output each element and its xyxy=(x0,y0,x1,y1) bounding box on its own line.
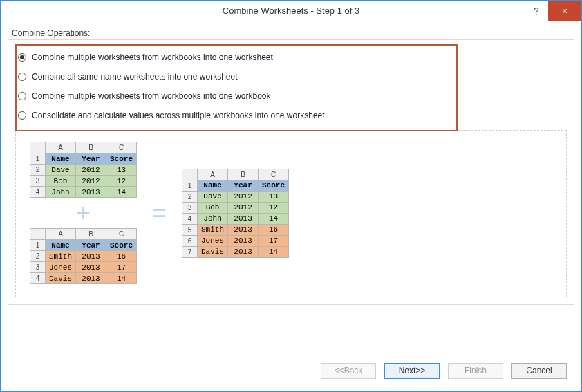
combine-option-3[interactable]: Consolidate and calculate values across … xyxy=(18,111,564,120)
data-cell: 2013 xyxy=(76,187,106,198)
titlebar: Combine Worksheets - Step 1 of 3 ? × xyxy=(1,1,581,21)
data-cell: 14 xyxy=(106,273,137,284)
data-cell: 14 xyxy=(106,187,137,198)
option-label: Consolidate and calculate values across … xyxy=(32,111,325,120)
data-cell: 2012 xyxy=(228,202,259,213)
col-letter: B xyxy=(76,229,106,240)
data-cell: 17 xyxy=(106,262,137,273)
data-cell: Dave xyxy=(46,165,76,176)
group-label: Combine Operations: xyxy=(8,28,574,38)
combine-option-1[interactable]: Combine all same name worksheets into on… xyxy=(18,72,564,82)
data-cell: 2013 xyxy=(228,213,259,224)
header-cell: Year xyxy=(76,240,106,251)
data-cell: 2013 xyxy=(76,262,106,273)
data-cell: 13 xyxy=(106,165,137,176)
content-area: Combine Operations: Combine multiple wor… xyxy=(1,21,581,305)
radio-icon[interactable] xyxy=(18,111,26,120)
radio-icon[interactable] xyxy=(18,92,26,100)
row-number: 4 xyxy=(30,273,46,284)
row-number: 1 xyxy=(30,153,46,165)
row-number: 7 xyxy=(182,246,198,257)
corner-cell xyxy=(30,142,46,153)
window-controls: ? × xyxy=(525,1,581,21)
data-cell: Bob xyxy=(198,202,228,213)
row-number: 6 xyxy=(182,235,198,246)
corner-cell xyxy=(30,229,46,240)
data-cell: 16 xyxy=(259,224,289,235)
data-cell: Jones xyxy=(198,235,228,246)
data-cell: Bob xyxy=(46,176,76,187)
data-cell: 2013 xyxy=(76,251,106,262)
row-number: 2 xyxy=(30,251,46,262)
preview-area: ABC1NameYearScore2Dave2012133Bob2012124J… xyxy=(15,130,567,297)
data-cell: 2013 xyxy=(76,273,106,284)
plus-symbol: + xyxy=(76,200,91,225)
header-cell: Score xyxy=(106,153,137,165)
cancel-button[interactable]: Cancel xyxy=(511,363,567,379)
data-cell: Smith xyxy=(198,224,228,235)
option-label: Combine all same name worksheets into on… xyxy=(32,72,237,82)
col-letter: C xyxy=(259,169,289,180)
next-button[interactable]: Next>> xyxy=(384,363,440,379)
col-letter: C xyxy=(106,229,137,240)
data-cell: 14 xyxy=(259,213,289,224)
data-cell: Jones xyxy=(46,262,76,273)
preview-result-table: ABC1NameYearScore2Dave2012133Bob2012124J… xyxy=(182,169,289,258)
radio-icon[interactable] xyxy=(18,73,26,81)
preview-left-column: ABC1NameYearScore2Dave2012133Bob2012124J… xyxy=(30,142,137,284)
preview-table-1: ABC1NameYearScore2Dave2012133Bob2012124J… xyxy=(30,142,137,198)
col-letter: A xyxy=(46,142,76,153)
data-cell: 2012 xyxy=(76,165,106,176)
radio-icon[interactable] xyxy=(18,53,26,62)
data-cell: 14 xyxy=(259,246,289,257)
header-cell: Score xyxy=(259,180,289,191)
data-cell: 2013 xyxy=(228,246,259,257)
row-number: 3 xyxy=(182,202,198,213)
corner-cell xyxy=(182,169,198,180)
header-cell: Name xyxy=(198,180,228,191)
help-button[interactable]: ? xyxy=(525,1,548,21)
data-cell: Davis xyxy=(198,246,228,257)
row-number: 2 xyxy=(182,191,198,202)
footer: <<Back Next>> Finish Cancel xyxy=(8,357,574,384)
data-cell: John xyxy=(198,213,228,224)
finish-button: Finish xyxy=(448,363,503,379)
preview-table-2: ABC1NameYearScore2Smith2013163Jones20131… xyxy=(30,228,137,284)
header-cell: Year xyxy=(76,153,106,165)
col-letter: A xyxy=(46,229,76,240)
option-label: Combine multiple worksheets from workboo… xyxy=(32,53,273,62)
row-number: 4 xyxy=(182,213,198,224)
col-letter: B xyxy=(228,169,259,180)
data-cell: 12 xyxy=(259,202,289,213)
row-number: 5 xyxy=(182,224,198,235)
data-cell: 2013 xyxy=(228,235,259,246)
data-cell: Davis xyxy=(46,273,76,284)
data-cell: Dave xyxy=(198,191,228,202)
data-cell: 12 xyxy=(106,176,137,187)
data-cell: John xyxy=(46,187,76,198)
col-letter: A xyxy=(198,169,228,180)
row-number: 4 xyxy=(30,187,46,198)
data-cell: 2012 xyxy=(76,176,106,187)
data-cell: 13 xyxy=(259,191,289,202)
close-button[interactable]: × xyxy=(548,1,581,21)
combine-option-0[interactable]: Combine multiple worksheets from workboo… xyxy=(18,53,564,62)
header-cell: Score xyxy=(106,240,137,251)
row-number: 3 xyxy=(30,262,46,273)
data-cell: Smith xyxy=(46,251,76,262)
back-button: <<Back xyxy=(321,363,376,379)
row-number: 2 xyxy=(30,165,46,176)
col-letter: C xyxy=(106,142,137,153)
header-cell: Year xyxy=(228,180,259,191)
data-cell: 2013 xyxy=(228,224,259,235)
data-cell: 2012 xyxy=(228,191,259,202)
option-label: Combine multiple worksheets from workboo… xyxy=(32,91,271,101)
combine-option-2[interactable]: Combine multiple worksheets from workboo… xyxy=(18,91,564,101)
options-group: Combine multiple worksheets from workboo… xyxy=(8,39,574,305)
data-cell: 16 xyxy=(106,251,137,262)
header-cell: Name xyxy=(46,153,76,165)
equals-symbol: = xyxy=(152,200,167,225)
header-cell: Name xyxy=(46,240,76,251)
row-number: 1 xyxy=(182,180,198,191)
window-title: Combine Worksheets - Step 1 of 3 xyxy=(1,6,581,16)
